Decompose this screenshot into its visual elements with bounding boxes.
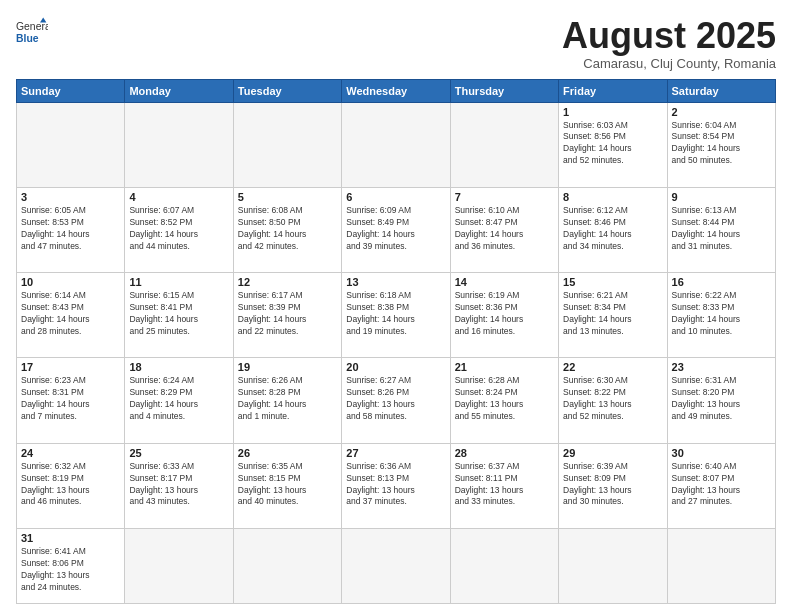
day-info: Sunrise: 6:15 AM Sunset: 8:41 PM Dayligh…	[129, 290, 228, 338]
weekday-header-friday: Friday	[559, 79, 667, 102]
day-number: 8	[563, 191, 662, 203]
calendar-cell: 2Sunrise: 6:04 AM Sunset: 8:54 PM Daylig…	[667, 102, 775, 187]
day-number: 27	[346, 447, 445, 459]
day-info: Sunrise: 6:31 AM Sunset: 8:20 PM Dayligh…	[672, 375, 771, 423]
calendar-cell: 26Sunrise: 6:35 AM Sunset: 8:15 PM Dayli…	[233, 443, 341, 528]
calendar-cell: 3Sunrise: 6:05 AM Sunset: 8:53 PM Daylig…	[17, 187, 125, 272]
day-info: Sunrise: 6:18 AM Sunset: 8:38 PM Dayligh…	[346, 290, 445, 338]
header: General Blue August 2025 Camarasu, Cluj …	[16, 16, 776, 71]
day-info: Sunrise: 6:09 AM Sunset: 8:49 PM Dayligh…	[346, 205, 445, 253]
day-number: 13	[346, 276, 445, 288]
day-info: Sunrise: 6:13 AM Sunset: 8:44 PM Dayligh…	[672, 205, 771, 253]
calendar-cell: 20Sunrise: 6:27 AM Sunset: 8:26 PM Dayli…	[342, 358, 450, 443]
svg-text:Blue: Blue	[16, 33, 39, 44]
calendar-cell: 24Sunrise: 6:32 AM Sunset: 8:19 PM Dayli…	[17, 443, 125, 528]
calendar-cell	[125, 102, 233, 187]
day-info: Sunrise: 6:24 AM Sunset: 8:29 PM Dayligh…	[129, 375, 228, 423]
day-info: Sunrise: 6:14 AM Sunset: 8:43 PM Dayligh…	[21, 290, 120, 338]
day-number: 24	[21, 447, 120, 459]
day-number: 30	[672, 447, 771, 459]
day-number: 16	[672, 276, 771, 288]
day-number: 5	[238, 191, 337, 203]
calendar-cell	[559, 529, 667, 604]
day-number: 2	[672, 106, 771, 118]
calendar-cell: 27Sunrise: 6:36 AM Sunset: 8:13 PM Dayli…	[342, 443, 450, 528]
calendar-cell: 16Sunrise: 6:22 AM Sunset: 8:33 PM Dayli…	[667, 273, 775, 358]
day-number: 6	[346, 191, 445, 203]
calendar-week-1: 3Sunrise: 6:05 AM Sunset: 8:53 PM Daylig…	[17, 187, 776, 272]
day-info: Sunrise: 6:32 AM Sunset: 8:19 PM Dayligh…	[21, 461, 120, 509]
day-info: Sunrise: 6:08 AM Sunset: 8:50 PM Dayligh…	[238, 205, 337, 253]
day-info: Sunrise: 6:39 AM Sunset: 8:09 PM Dayligh…	[563, 461, 662, 509]
day-info: Sunrise: 6:04 AM Sunset: 8:54 PM Dayligh…	[672, 120, 771, 168]
weekday-header-saturday: Saturday	[667, 79, 775, 102]
calendar-cell	[342, 102, 450, 187]
weekday-header-monday: Monday	[125, 79, 233, 102]
day-number: 19	[238, 361, 337, 373]
day-info: Sunrise: 6:26 AM Sunset: 8:28 PM Dayligh…	[238, 375, 337, 423]
day-number: 21	[455, 361, 554, 373]
day-number: 25	[129, 447, 228, 459]
day-info: Sunrise: 6:35 AM Sunset: 8:15 PM Dayligh…	[238, 461, 337, 509]
calendar-cell: 30Sunrise: 6:40 AM Sunset: 8:07 PM Dayli…	[667, 443, 775, 528]
day-info: Sunrise: 6:28 AM Sunset: 8:24 PM Dayligh…	[455, 375, 554, 423]
calendar-week-0: 1Sunrise: 6:03 AM Sunset: 8:56 PM Daylig…	[17, 102, 776, 187]
weekday-header-thursday: Thursday	[450, 79, 558, 102]
calendar-cell	[667, 529, 775, 604]
day-number: 22	[563, 361, 662, 373]
day-info: Sunrise: 6:23 AM Sunset: 8:31 PM Dayligh…	[21, 375, 120, 423]
day-info: Sunrise: 6:30 AM Sunset: 8:22 PM Dayligh…	[563, 375, 662, 423]
month-title: August 2025	[562, 16, 776, 56]
calendar-cell: 4Sunrise: 6:07 AM Sunset: 8:52 PM Daylig…	[125, 187, 233, 272]
calendar-cell: 14Sunrise: 6:19 AM Sunset: 8:36 PM Dayli…	[450, 273, 558, 358]
day-info: Sunrise: 6:36 AM Sunset: 8:13 PM Dayligh…	[346, 461, 445, 509]
calendar-cell: 25Sunrise: 6:33 AM Sunset: 8:17 PM Dayli…	[125, 443, 233, 528]
day-info: Sunrise: 6:22 AM Sunset: 8:33 PM Dayligh…	[672, 290, 771, 338]
weekday-header-row: SundayMondayTuesdayWednesdayThursdayFrid…	[17, 79, 776, 102]
calendar-cell: 23Sunrise: 6:31 AM Sunset: 8:20 PM Dayli…	[667, 358, 775, 443]
calendar-week-4: 24Sunrise: 6:32 AM Sunset: 8:19 PM Dayli…	[17, 443, 776, 528]
calendar-cell	[233, 102, 341, 187]
day-number: 20	[346, 361, 445, 373]
day-number: 12	[238, 276, 337, 288]
weekday-header-wednesday: Wednesday	[342, 79, 450, 102]
day-number: 1	[563, 106, 662, 118]
day-info: Sunrise: 6:10 AM Sunset: 8:47 PM Dayligh…	[455, 205, 554, 253]
calendar-week-5: 31Sunrise: 6:41 AM Sunset: 8:06 PM Dayli…	[17, 529, 776, 604]
calendar-cell: 6Sunrise: 6:09 AM Sunset: 8:49 PM Daylig…	[342, 187, 450, 272]
calendar-cell: 21Sunrise: 6:28 AM Sunset: 8:24 PM Dayli…	[450, 358, 558, 443]
day-number: 26	[238, 447, 337, 459]
day-info: Sunrise: 6:17 AM Sunset: 8:39 PM Dayligh…	[238, 290, 337, 338]
day-number: 29	[563, 447, 662, 459]
day-info: Sunrise: 6:21 AM Sunset: 8:34 PM Dayligh…	[563, 290, 662, 338]
calendar-cell: 12Sunrise: 6:17 AM Sunset: 8:39 PM Dayli…	[233, 273, 341, 358]
day-number: 3	[21, 191, 120, 203]
calendar-cell: 31Sunrise: 6:41 AM Sunset: 8:06 PM Dayli…	[17, 529, 125, 604]
calendar-cell: 29Sunrise: 6:39 AM Sunset: 8:09 PM Dayli…	[559, 443, 667, 528]
day-number: 10	[21, 276, 120, 288]
calendar-cell: 15Sunrise: 6:21 AM Sunset: 8:34 PM Dayli…	[559, 273, 667, 358]
day-info: Sunrise: 6:03 AM Sunset: 8:56 PM Dayligh…	[563, 120, 662, 168]
day-number: 15	[563, 276, 662, 288]
day-info: Sunrise: 6:12 AM Sunset: 8:46 PM Dayligh…	[563, 205, 662, 253]
day-info: Sunrise: 6:07 AM Sunset: 8:52 PM Dayligh…	[129, 205, 228, 253]
weekday-header-tuesday: Tuesday	[233, 79, 341, 102]
day-info: Sunrise: 6:33 AM Sunset: 8:17 PM Dayligh…	[129, 461, 228, 509]
calendar-cell: 7Sunrise: 6:10 AM Sunset: 8:47 PM Daylig…	[450, 187, 558, 272]
svg-text:General: General	[16, 21, 48, 32]
day-number: 18	[129, 361, 228, 373]
day-number: 31	[21, 532, 120, 544]
calendar-cell	[450, 529, 558, 604]
calendar-table: SundayMondayTuesdayWednesdayThursdayFrid…	[16, 79, 776, 604]
day-number: 14	[455, 276, 554, 288]
calendar-cell: 11Sunrise: 6:15 AM Sunset: 8:41 PM Dayli…	[125, 273, 233, 358]
calendar-cell	[125, 529, 233, 604]
calendar-cell: 10Sunrise: 6:14 AM Sunset: 8:43 PM Dayli…	[17, 273, 125, 358]
calendar-cell: 9Sunrise: 6:13 AM Sunset: 8:44 PM Daylig…	[667, 187, 775, 272]
day-info: Sunrise: 6:41 AM Sunset: 8:06 PM Dayligh…	[21, 546, 120, 594]
calendar-cell: 17Sunrise: 6:23 AM Sunset: 8:31 PM Dayli…	[17, 358, 125, 443]
day-number: 9	[672, 191, 771, 203]
day-info: Sunrise: 6:37 AM Sunset: 8:11 PM Dayligh…	[455, 461, 554, 509]
calendar-cell	[17, 102, 125, 187]
day-number: 4	[129, 191, 228, 203]
